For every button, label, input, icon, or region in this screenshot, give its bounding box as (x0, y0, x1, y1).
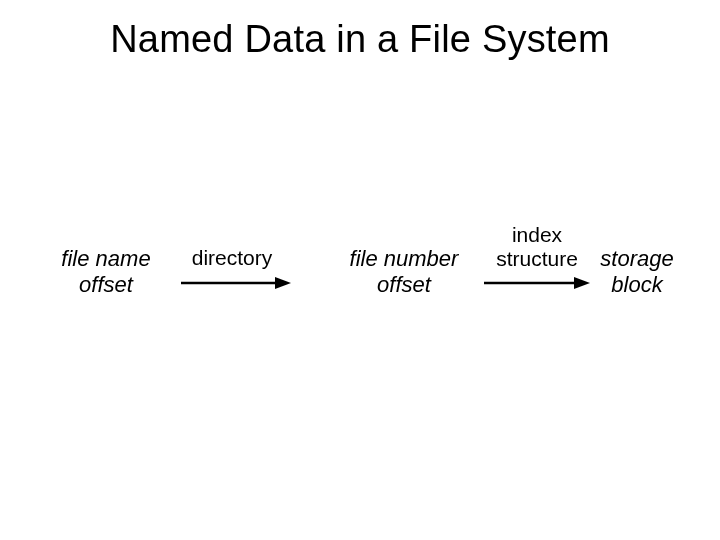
node-line-1: file name (61, 246, 150, 271)
arrow-label-directory: directory (181, 246, 283, 270)
svg-marker-1 (275, 277, 291, 289)
arrow-label-line-1: directory (192, 246, 273, 269)
arrow-index-structure (482, 274, 590, 292)
slide-title: Named Data in a File System (0, 18, 720, 61)
node-line-1: storage (600, 246, 673, 271)
node-storage-block: storage block (594, 246, 680, 298)
node-file-number-offset: file number offset (336, 246, 472, 298)
arrow-directory (179, 274, 291, 292)
svg-marker-3 (574, 277, 590, 289)
node-line-2: block (611, 272, 662, 297)
arrow-label-index-structure: index structure (486, 223, 588, 270)
node-line-1: file number (350, 246, 459, 271)
file-system-mapping-diagram: file name offset directory file number o… (52, 216, 668, 326)
arrow-label-line-1: index (512, 223, 562, 246)
node-file-name-offset: file name offset (48, 246, 164, 298)
arrow-label-line-2: structure (496, 247, 578, 270)
node-line-2: offset (377, 272, 431, 297)
arrow-right-icon (179, 274, 291, 292)
node-line-2: offset (79, 272, 133, 297)
slide: Named Data in a File System file name of… (0, 0, 720, 540)
arrow-right-icon (482, 274, 590, 292)
